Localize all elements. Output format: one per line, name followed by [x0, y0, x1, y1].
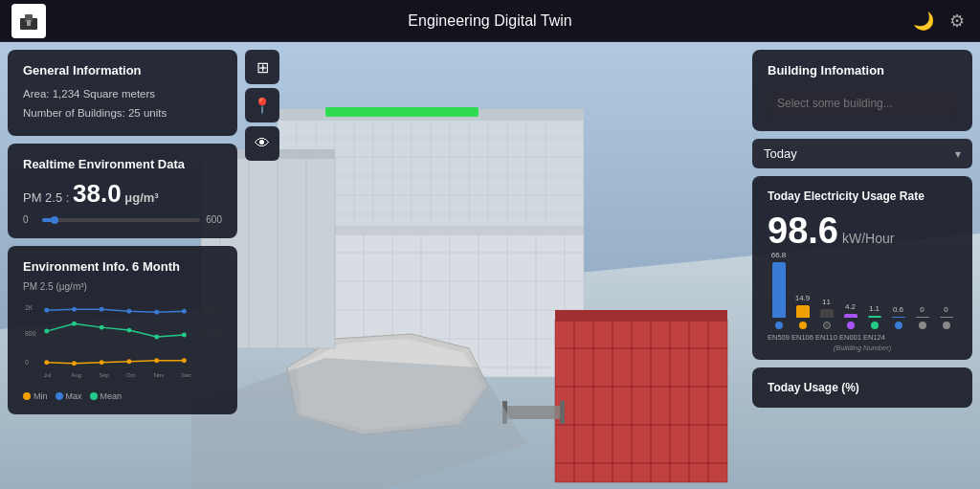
bar-en001: 4.2	[839, 302, 861, 329]
electricity-unit: kW/Hour	[842, 231, 894, 246]
page-title: Engineering Digital Twin	[408, 12, 571, 30]
svg-point-94	[44, 360, 49, 365]
electricity-bar-chart: 66.8 14.9 11	[768, 260, 957, 346]
realtime-title: Realtime Environment Data	[23, 157, 222, 171]
svg-rect-46	[555, 320, 727, 482]
svg-point-88	[44, 329, 49, 334]
legend-min-label: Min	[33, 391, 48, 401]
building-select-input[interactable]	[768, 89, 957, 118]
bar-x-en001: EN001	[839, 333, 861, 342]
svg-point-91	[126, 328, 131, 333]
bar-x-labels: EN509 EN106 EN110 EN001 EN124	[768, 333, 957, 342]
bar-en110-dot	[823, 322, 831, 329]
pm-number: 38.0	[73, 179, 122, 208]
buildings-label: Number of Buildings: 25 units	[23, 104, 222, 123]
bar-en509-dot	[775, 322, 783, 329]
pm-slider-row: 0 600	[23, 214, 222, 225]
slider-max: 600	[206, 214, 222, 225]
visibility-button[interactable]: 👁	[245, 126, 279, 161]
svg-point-96	[100, 360, 104, 365]
svg-point-99	[182, 358, 187, 363]
bar-en124-rect	[868, 316, 881, 318]
svg-point-98	[154, 358, 159, 363]
svg-point-85	[126, 309, 131, 314]
bar-8-value: 0	[944, 305, 947, 314]
bar-6: 0.6	[887, 305, 909, 329]
bar-en509-value: 66.8	[771, 251, 787, 259]
location-button[interactable]: 📍	[245, 88, 279, 122]
svg-text:Jul: Jul	[44, 372, 52, 378]
bar-7-dot	[919, 322, 926, 329]
period-dropdown[interactable]: Today ▾	[752, 139, 972, 168]
electricity-value-row: 98.6 kW/Hour	[768, 212, 957, 249]
electricity-title: Today Electricity Usage Rate	[768, 189, 957, 203]
legend-mean-label: Mean	[100, 391, 122, 401]
grid-view-button[interactable]: ⊞	[245, 50, 279, 84]
chevron-down-icon: ▾	[955, 147, 961, 161]
pm-label: PM 2.5 :	[23, 190, 69, 205]
svg-rect-60	[507, 406, 565, 419]
chart-legend: Min Max Mean	[23, 391, 222, 401]
header-actions: 🌙 ⚙	[913, 11, 965, 32]
bars-row: 66.8 14.9 11	[768, 260, 957, 329]
svg-point-83	[72, 307, 77, 312]
svg-point-92	[154, 335, 159, 340]
svg-rect-47	[555, 310, 727, 322]
legend-mean: Mean	[90, 391, 122, 401]
bar-x-en124: EN124	[863, 333, 885, 342]
svg-text:Sep: Sep	[99, 372, 109, 378]
svg-point-82	[44, 308, 49, 313]
general-info-title: General Information	[23, 63, 222, 78]
pm-value-display: PM 2.5 : 38.0 μg/m³	[23, 179, 222, 209]
bar-en106-value: 14.9	[795, 294, 811, 302]
bar-en124-dot	[871, 322, 879, 329]
svg-text:Dec: Dec	[181, 372, 191, 378]
pm-unit: μg/m³	[124, 190, 158, 205]
bar-en106-rect	[796, 305, 810, 318]
header: Engineering Digital Twin 🌙 ⚙	[0, 0, 980, 42]
bar-en509-rect	[772, 262, 786, 318]
night-mode-icon[interactable]: 🌙	[913, 11, 934, 32]
chart-area: 2K 800 0 Jul Aug Sep Oct Nov Dec	[23, 298, 222, 401]
electricity-value: 98.6	[768, 212, 838, 249]
legend-min-dot	[23, 392, 31, 400]
svg-point-90	[100, 325, 104, 330]
svg-text:800: 800	[25, 330, 36, 337]
today-usage-card: Today Usage (%)	[752, 367, 972, 408]
right-panel: Building Infomation Today ▾ Today Electr…	[752, 50, 972, 408]
bar-en106-dot	[799, 322, 807, 329]
main-area: ⊞ 📍 👁 General Information Area: 1,234 Sq…	[0, 42, 980, 489]
svg-text:0: 0	[25, 359, 29, 366]
svg-point-84	[100, 307, 104, 312]
svg-point-95	[72, 361, 77, 366]
building-number-label: (Building Number)	[768, 344, 957, 352]
left-panel: General Information Area: 1,234 Square m…	[8, 50, 237, 414]
bar-x-blank2	[911, 333, 933, 342]
env-chart: 2K 800 0 Jul Aug Sep Oct Nov Dec	[23, 298, 222, 384]
bar-7-rect	[916, 317, 929, 318]
svg-point-87	[182, 309, 187, 314]
bar-en001-value: 4.2	[845, 302, 856, 311]
legend-max-label: Max	[66, 391, 82, 401]
pm-slider[interactable]	[42, 218, 200, 222]
svg-text:Oct: Oct	[126, 372, 136, 378]
bar-6-value: 0.6	[893, 305, 903, 314]
bar-en001-dot	[847, 322, 855, 329]
legend-max-dot	[56, 392, 63, 400]
general-info-card: General Information Area: 1,234 Square m…	[8, 50, 237, 136]
user-icon[interactable]: ⚙	[949, 11, 965, 32]
bar-6-rect	[892, 317, 905, 318]
electricity-card: Today Electricity Usage Rate 98.6 kW/Hou…	[752, 176, 972, 360]
env6month-card: Environment Info. 6 Month PM 2.5 (μg/m³)…	[8, 246, 237, 414]
svg-rect-2	[27, 20, 31, 26]
chart-label: PM 2.5 (μg/m³)	[23, 281, 222, 292]
bar-en106: 14.9	[791, 294, 813, 329]
period-label: Today	[764, 146, 797, 161]
bar-en110-value: 11	[822, 298, 831, 306]
realtime-env-card: Realtime Environment Data PM 2.5 : 38.0 …	[8, 144, 237, 238]
bar-en110-rect	[820, 309, 834, 318]
bar-en509: 66.8	[768, 251, 790, 329]
svg-text:Nov: Nov	[154, 372, 165, 378]
svg-text:Aug: Aug	[72, 372, 82, 378]
bar-6-dot	[895, 322, 902, 329]
